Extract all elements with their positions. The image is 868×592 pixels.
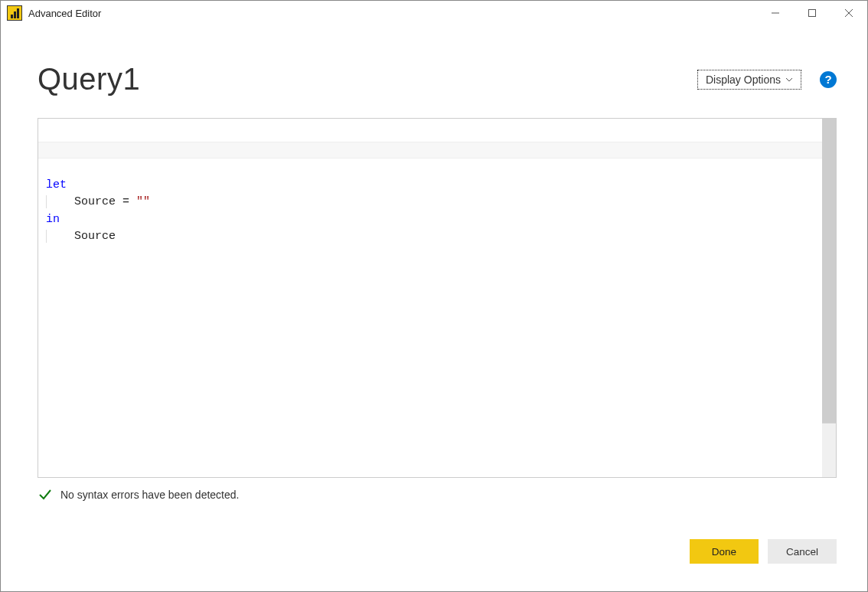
vertical-scrollbar[interactable] — [822, 119, 836, 477]
status-message: No syntax errors have been detected. — [60, 489, 239, 501]
button-row: Done Cancel — [38, 539, 837, 564]
maximize-icon — [808, 8, 817, 18]
cancel-button[interactable]: Cancel — [768, 539, 837, 564]
code-line-2-var: Source = — [46, 195, 136, 208]
code-editor[interactable]: let Source = "" in Source — [38, 118, 837, 478]
check-icon — [38, 487, 53, 502]
done-button[interactable]: Done — [690, 539, 759, 564]
header-right: Display Options ? — [697, 70, 837, 90]
app-icon — [7, 5, 22, 21]
chevron-down-icon — [785, 77, 793, 82]
maximize-button[interactable] — [794, 1, 830, 25]
keyword-in: in — [46, 213, 60, 226]
code-line-2-string: "" — [136, 195, 150, 208]
code-line-4-var: Source — [46, 230, 116, 243]
window-controls — [757, 1, 867, 25]
minimize-button[interactable] — [757, 1, 794, 25]
current-line-highlight — [38, 142, 822, 159]
close-button[interactable] — [830, 1, 867, 25]
titlebar[interactable]: Advanced Editor — [1, 1, 867, 25]
query-title: Query1 — [38, 62, 140, 96]
svg-rect-1 — [809, 10, 816, 17]
dialog-content: Query1 Display Options ? let Source = ""… — [1, 25, 867, 579]
display-options-dropdown[interactable]: Display Options — [697, 70, 801, 90]
keyword-let: let — [46, 178, 67, 191]
close-icon — [844, 8, 853, 18]
header-row: Query1 Display Options ? — [38, 62, 837, 96]
minimize-icon — [771, 8, 780, 18]
editor-content[interactable]: let Source = "" in Source — [38, 119, 822, 477]
display-options-label: Display Options — [706, 74, 781, 86]
window-title: Advanced Editor — [28, 8, 757, 19]
status-row: No syntax errors have been detected. — [38, 487, 837, 502]
help-icon[interactable]: ? — [820, 71, 837, 88]
code-text: let Source = "" in Source — [46, 177, 814, 246]
